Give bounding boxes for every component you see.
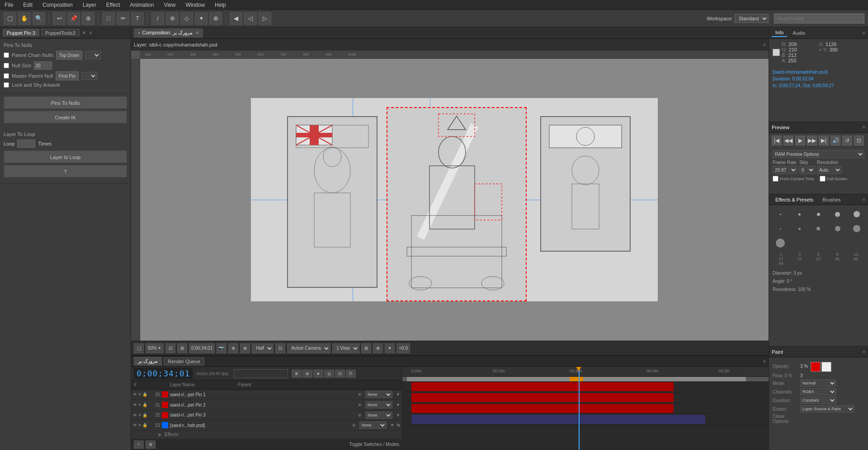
- brush-27[interactable]: [810, 222, 827, 235]
- eraser-select[interactable]: Layer Source & Paint: [800, 405, 854, 412]
- layer-row-32[interactable]: 👁 ☀ 🔒 32 saed-r/...pet Pin 3 ⊕ None ▼: [131, 410, 402, 421]
- tl-btn3[interactable]: ●: [313, 370, 323, 378]
- menu-file[interactable]: File: [3, 1, 15, 9]
- layer-row-30[interactable]: 👁 ☀ 🔒 30 saed-r/...pet Pin 1 ⊕ None ▼: [131, 390, 402, 400]
- solo-33[interactable]: ☀: [138, 423, 142, 427]
- vis-33[interactable]: 👁: [133, 423, 137, 427]
- channels-select[interactable]: RGBA: [800, 388, 836, 395]
- brush-3[interactable]: [791, 208, 808, 220]
- brush-1[interactable]: [772, 208, 789, 220]
- track-bar-30[interactable]: [411, 382, 674, 391]
- camera-btn[interactable]: 📷: [217, 343, 226, 353]
- figure-right[interactable]: [540, 116, 631, 252]
- duration-select[interactable]: Constant: [800, 397, 836, 404]
- vis-31[interactable]: 👁: [133, 403, 137, 407]
- swatch-red[interactable]: [811, 362, 821, 372]
- menu-window[interactable]: Window: [184, 1, 207, 9]
- exposure-val[interactable]: +0.0: [396, 343, 410, 353]
- toggle-switches-btn[interactable]: Toggle Switches / Modes: [349, 442, 399, 447]
- artwork-area[interactable]: [251, 98, 658, 301]
- track-bar-32[interactable]: [411, 404, 674, 413]
- rect-tool[interactable]: □: [102, 12, 115, 25]
- vis-30[interactable]: 👁: [133, 392, 137, 397]
- tl-btn4[interactable]: ◎: [324, 370, 334, 378]
- effects-expand[interactable]: ▶: [158, 432, 162, 437]
- timeline-tab-render[interactable]: Render Queue: [164, 357, 204, 366]
- prev-frame-btn[interactable]: ◀◀: [783, 136, 793, 145]
- left-tab-puppet-tools[interactable]: PuppetTools3: [41, 29, 80, 37]
- track-31[interactable]: [402, 392, 769, 403]
- layer-name-33[interactable]: [saed-r...hah.psd]: [170, 423, 349, 428]
- help-btn[interactable]: ?: [4, 165, 127, 178]
- brush-45[interactable]: [848, 222, 865, 235]
- parent-chain-checkbox[interactable]: [4, 52, 9, 58]
- lock-shy-checkbox[interactable]: [4, 82, 9, 88]
- ram-preview-select[interactable]: RAM Preview Options: [773, 150, 864, 158]
- paint-tool[interactable]: ✏: [117, 12, 129, 25]
- left-tab-puppet-pin[interactable]: Puppet Pin 3: [3, 29, 39, 37]
- layer-name-32[interactable]: saed-r/...pet Pin 3: [170, 412, 354, 417]
- lock-33[interactable]: 🔒: [142, 423, 147, 427]
- brush-5[interactable]: [810, 208, 827, 220]
- first-pin-select[interactable]: [81, 72, 97, 80]
- left-panel-close[interactable]: ✕: [82, 30, 86, 35]
- effects-menu[interactable]: ≡: [863, 197, 865, 202]
- paint-menu[interactable]: ≡: [863, 349, 865, 354]
- first-frame-btn[interactable]: |◀: [772, 136, 782, 145]
- transparency-btn[interactable]: ⊗: [240, 343, 250, 353]
- audio-btn[interactable]: 🔊: [830, 136, 840, 145]
- eraser-tool[interactable]: ◇: [180, 12, 193, 25]
- grid-btn[interactable]: ⊞: [361, 343, 371, 353]
- solo-30[interactable]: ☀: [138, 392, 142, 397]
- play-forward-btn[interactable]: ▶▶: [807, 136, 817, 145]
- info-panel-menu[interactable]: ≡: [863, 30, 865, 35]
- type-tool[interactable]: T: [131, 12, 144, 25]
- resolution-select[interactable]: Auto: [817, 166, 842, 174]
- lock-30[interactable]: 🔒: [142, 392, 147, 397]
- master-parent-checkbox[interactable]: [4, 73, 9, 79]
- view-mode-select[interactable]: 1 View: [332, 343, 359, 353]
- swatch-white[interactable]: [821, 362, 831, 372]
- vis-32[interactable]: 👁: [133, 413, 137, 417]
- play-btn[interactable]: ▶: [795, 136, 805, 145]
- zoom-level-btn[interactable]: 50% ▼: [146, 343, 164, 353]
- brush-13[interactable]: [848, 208, 865, 220]
- layer-name-30[interactable]: saed-r/...pet Pin 1: [170, 392, 354, 397]
- effects-tab[interactable]: Effects & Presets: [772, 196, 817, 203]
- tab-info[interactable]: Info: [772, 29, 787, 37]
- loop-input[interactable]: [17, 140, 35, 148]
- playhead[interactable]: [579, 367, 580, 450]
- figure-center[interactable]: [387, 107, 527, 301]
- layer-to-loop-btn[interactable]: Layer to Loop: [4, 150, 127, 163]
- track-32[interactable]: [402, 403, 769, 414]
- view-select[interactable]: Active Camera: [287, 343, 330, 353]
- menu-layer[interactable]: Layer: [81, 1, 98, 9]
- menu-composition[interactable]: Composition: [41, 1, 75, 9]
- brush-65[interactable]: [772, 237, 789, 249]
- timeline-search[interactable]: [234, 369, 288, 378]
- parent-select-30[interactable]: None: [365, 391, 392, 398]
- roto-brush[interactable]: ⊕: [209, 12, 222, 25]
- clone-stamp[interactable]: ⊛: [166, 12, 179, 25]
- comp-tab-main[interactable]: ● Composition: مرورک پر ✕: [134, 28, 203, 38]
- tl-btn2[interactable]: ⊗: [302, 370, 312, 378]
- lock-32[interactable]: 🔒: [142, 413, 147, 417]
- hand-tool[interactable]: ✋: [18, 12, 31, 25]
- timecode-display[interactable]: 0;00;34;01: [189, 343, 215, 353]
- fit-btn[interactable]: ⊡: [165, 343, 175, 353]
- skip-select[interactable]: 0: [799, 166, 815, 174]
- top-down-btn[interactable]: Top Down: [56, 51, 82, 60]
- track-33[interactable]: [402, 414, 769, 425]
- create-ik-btn[interactable]: Create IK: [4, 111, 127, 123]
- solo-32[interactable]: ☀: [138, 413, 142, 417]
- menu-edit[interactable]: Edit: [21, 1, 34, 9]
- layer-name-31[interactable]: saed-r/...pet Pin 2: [170, 403, 354, 408]
- null-size-checkbox[interactable]: [4, 63, 9, 68]
- quality-select[interactable]: Half: [252, 343, 274, 353]
- last-frame-btn[interactable]: ▶|: [819, 136, 829, 145]
- ram-preview-btn[interactable]: ⊡: [854, 136, 864, 145]
- mode-select[interactable]: Normal: [800, 380, 836, 387]
- timeline-tracks[interactable]: 0;00s 00:15s 00:30s 00:45s 01:00: [402, 367, 769, 450]
- track-30[interactable]: [402, 381, 769, 392]
- from-current-checkbox[interactable]: [773, 176, 778, 182]
